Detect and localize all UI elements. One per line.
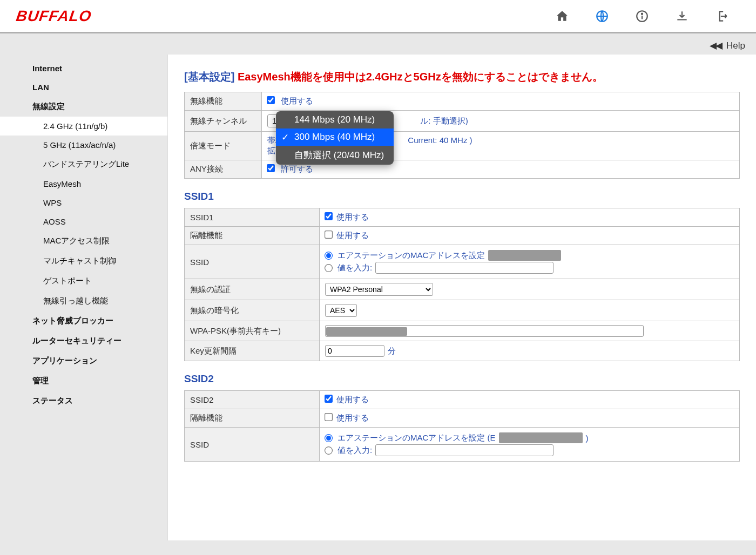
sidebar-item-4[interactable]: 5 GHz (11ax/ac/n/a) (0, 136, 167, 154)
globe-icon[interactable] (595, 9, 609, 23)
brand-logo: BUFFALO (15, 8, 93, 25)
title-bracket: [基本設定] (184, 71, 234, 83)
header: BUFFALO (0, 0, 756, 33)
ssid2-input-field[interactable] (375, 444, 554, 456)
content-panel: [基本設定] EasyMesh機能を使用中は2.4GHzと5GHzを無効にするこ… (167, 55, 756, 540)
ssid1-psk-label: WPA-PSK(事前共有キー) (185, 321, 320, 341)
ssid1-auth-select[interactable]: WPA2 Personal (325, 283, 433, 296)
ssid2-ssid-label: SSID (185, 428, 320, 462)
sidebar-item-15[interactable]: アプリケーション (0, 351, 167, 371)
ssid2-mac-value (499, 432, 583, 443)
ssid1-table: SSID1 使用する 隔離機能 使用する SSID エアステーションのMACアド… (184, 208, 740, 361)
ssid1-enable-text: 使用する (336, 212, 369, 221)
ssid1-enc-select[interactable]: AES (325, 304, 357, 317)
home-icon[interactable] (555, 9, 569, 23)
sidebar-item-5[interactable]: バンドステアリングLite (0, 154, 167, 174)
ssid1-rekey-unit: 分 (388, 346, 396, 355)
ssid1-heading: SSID1 (184, 191, 740, 202)
ssid1-auth-label: 無線の認証 (185, 279, 320, 300)
ssid2-mac-text: エアステーションのMACアドレスを設定 (E (338, 433, 496, 443)
ssid2-isolate-checkbox[interactable] (325, 413, 333, 421)
ssid2-mac-radio[interactable] (325, 434, 333, 442)
row-label-wireless: 無線機能 (185, 92, 262, 111)
ssid1-enc-label: 無線の暗号化 (185, 300, 320, 321)
ssid1-mac-text: エアステーションのMACアドレスを設定 (338, 251, 485, 261)
sidebar-item-2[interactable]: 無線設定 (0, 97, 167, 117)
ssid1-rekey-label: Key更新間隔 (185, 341, 320, 361)
sidebar: InternetLAN無線設定2.4 GHz (11n/g/b)5 GHz (1… (0, 55, 167, 540)
ssid1-input-field[interactable] (375, 262, 554, 274)
ssid1-enable-checkbox[interactable] (325, 212, 333, 220)
ssid1-isolate-checkbox[interactable] (325, 231, 333, 239)
ssid1-input-text: 値を入力: (338, 263, 372, 273)
title-warning: EasyMesh機能を使用中は2.4GHzと5GHzを無効にすることはできません… (238, 71, 603, 83)
sidebar-item-14[interactable]: ルーターセキュリティー (0, 331, 167, 351)
bandwidth-dropdown[interactable]: 144 Mbps (20 MHz) 300 Mbps (40 MHz) 自動選択… (276, 111, 394, 165)
sidebar-item-11[interactable]: ゲストポート (0, 271, 167, 291)
sidebar-item-1[interactable]: LAN (0, 78, 167, 97)
bandwidth-option-auto[interactable]: 自動選択 (20/40 MHz) (276, 146, 394, 165)
sidebar-item-17[interactable]: ステータス (0, 391, 167, 411)
any-connect-checkbox[interactable] (267, 164, 275, 172)
bandwidth-option-300[interactable]: 300 Mbps (40 MHz) (276, 128, 394, 146)
basic-settings-table: 無線機能 使用する 無線チャンネル 1 チ ル: 手動選択) 倍速モード (184, 92, 740, 179)
ssid2-heading: SSID2 (184, 373, 740, 385)
sidebar-item-0[interactable]: Internet (0, 59, 167, 78)
ssid1-mac-radio[interactable] (325, 252, 333, 260)
ssid2-isolate-label: 隔離機能 (185, 409, 320, 428)
logout-icon[interactable] (715, 9, 729, 23)
chevrons-left-icon: ◀◀ (710, 40, 721, 51)
ssid2-input-radio[interactable] (325, 446, 333, 455)
info-icon[interactable] (635, 9, 649, 23)
sidebar-item-7[interactable]: WPS (0, 193, 167, 212)
ssid2-input-text: 値を入力: (338, 445, 372, 456)
ssid2-table: SSID2 使用する 隔離機能 使用する SSID エアステーションのMACアド… (184, 390, 740, 462)
ssid2-enable-text: 使用する (336, 395, 369, 404)
wireless-enable-label: 使用する (281, 96, 313, 105)
any-connect-label: 許可する (281, 164, 313, 173)
row-label-double: 倍速モード (185, 132, 262, 160)
download-icon[interactable] (675, 9, 689, 23)
channel-trail: ル: 手動選択) (420, 116, 468, 125)
sidebar-item-6[interactable]: EasyMesh (0, 174, 167, 193)
sidebar-item-16[interactable]: 管理 (0, 371, 167, 391)
sidebar-item-12[interactable]: 無線引っ越し機能 (0, 291, 167, 311)
svg-point-3 (642, 13, 643, 14)
ssid1-psk-value (326, 327, 407, 336)
ssid1-isolate-label: 隔離機能 (185, 227, 320, 245)
page-title: [基本設定] EasyMesh機能を使用中は2.4GHzと5GHzを無効にするこ… (184, 70, 740, 84)
help-bar[interactable]: ◀◀ Help (0, 33, 756, 55)
row-label-channel: 無線チャンネル (185, 111, 262, 132)
sidebar-item-9[interactable]: MACアクセス制限 (0, 231, 167, 251)
sidebar-item-13[interactable]: ネット脅威ブロッカー (0, 311, 167, 331)
help-label: Help (726, 40, 745, 51)
ssid2-isolate-text: 使用する (336, 413, 369, 422)
ssid1-rekey-input[interactable] (325, 345, 384, 357)
ssid2-mac-suffix: ) (586, 434, 589, 443)
ssid1-enable-label: SSID1 (185, 208, 320, 227)
ssid1-ssid-label: SSID (185, 245, 320, 279)
ssid2-enable-label: SSID2 (185, 391, 320, 409)
sidebar-item-8[interactable]: AOSS (0, 212, 167, 231)
ssid1-input-radio[interactable] (325, 264, 333, 272)
row-label-any: ANY接続 (185, 160, 262, 179)
sidebar-item-3[interactable]: 2.4 GHz (11n/g/b) (0, 117, 167, 136)
ssid2-enable-checkbox[interactable] (325, 395, 333, 403)
wireless-enable-checkbox[interactable] (267, 96, 275, 104)
ssid1-mac-value (488, 250, 561, 261)
header-icon-bar (555, 9, 740, 23)
bandwidth-current: Current: 40 MHz ) (408, 136, 472, 145)
sidebar-item-10[interactable]: マルチキャスト制御 (0, 251, 167, 271)
bandwidth-option-144[interactable]: 144 Mbps (20 MHz) (276, 111, 394, 128)
ssid1-isolate-text: 使用する (336, 231, 369, 240)
